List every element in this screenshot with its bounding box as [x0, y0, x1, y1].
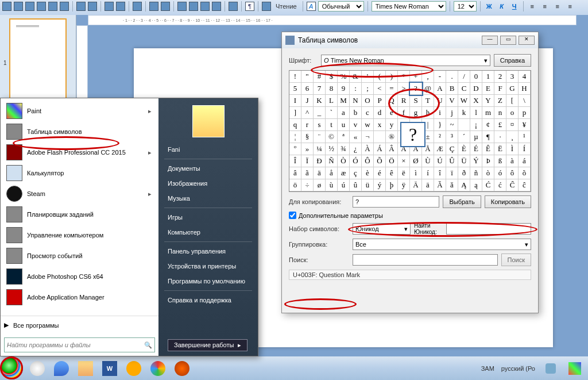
tb-icon[interactable]	[25, 2, 34, 11]
char-cell[interactable]: û	[350, 179, 362, 191]
char-cell[interactable]: "	[301, 71, 314, 83]
group-dropdown[interactable]: Все	[353, 239, 531, 250]
align-right-button[interactable]: ≡	[552, 1, 563, 11]
char-cell[interactable]: Ó	[350, 155, 362, 167]
char-cell[interactable]: G	[506, 83, 519, 95]
char-cell[interactable]: þ	[386, 179, 398, 191]
tb-icon[interactable]	[229, 2, 238, 11]
char-cell[interactable]: b	[350, 107, 362, 119]
charmap-titlebar[interactable]: Таблица символов — ▭ ✕	[282, 32, 538, 48]
char-cell[interactable]: £	[494, 119, 506, 131]
char-cell[interactable]: <	[374, 83, 386, 95]
char-cell[interactable]: v	[350, 119, 362, 131]
char-cell[interactable]: H	[519, 83, 531, 95]
tb-icon[interactable]	[37, 2, 46, 11]
char-cell[interactable]: )	[386, 71, 398, 83]
char-cell[interactable]: å	[326, 167, 338, 179]
char-cell[interactable]: ç	[350, 167, 362, 179]
caps-indicator[interactable]: ЗАМ	[478, 365, 498, 372]
horizontal-ruler[interactable]: · 1 · · 2 · · 3 · · 4 · · 5 · · 6 · · 7 …	[88, 15, 577, 25]
char-cell[interactable]: ą	[470, 179, 482, 191]
align-center-button[interactable]: ≡	[540, 1, 550, 11]
char-cell[interactable]: \	[519, 95, 531, 107]
char-cell[interactable]: ó	[494, 167, 506, 179]
char-cell[interactable]: M	[338, 95, 350, 107]
char-cell[interactable]: #	[314, 71, 326, 83]
char-cell[interactable]: 5	[289, 83, 301, 95]
tb-icon[interactable]	[60, 2, 69, 11]
show-para-icon[interactable]: ¶	[245, 2, 254, 11]
char-cell[interactable]: &	[350, 71, 362, 83]
char-cell[interactable]: Ć	[482, 179, 494, 191]
char-cell[interactable]: «	[350, 131, 362, 143]
char-cell[interactable]: h	[422, 107, 434, 119]
char-cell[interactable]: â	[289, 167, 301, 179]
char-cell[interactable]: ^	[301, 107, 314, 119]
char-cell[interactable]: 3	[506, 71, 519, 83]
char-cell[interactable]: O	[362, 95, 374, 107]
start-button[interactable]	[1, 358, 23, 379]
start-right-item[interactable]: Панель управления	[158, 244, 258, 259]
tray-paint[interactable]	[563, 359, 586, 378]
char-cell[interactable]: N	[350, 95, 362, 107]
start-right-item[interactable]: Справка и поддержка	[158, 293, 258, 308]
char-cell[interactable]: à	[506, 155, 519, 167]
char-cell[interactable]: 8	[326, 83, 338, 95]
char-cell[interactable]: 9	[338, 83, 350, 95]
char-cell[interactable]: É	[470, 143, 482, 155]
char-cell[interactable]: u	[338, 119, 350, 131]
char-cell[interactable]: ×	[398, 155, 410, 167]
char-cell[interactable]: Ù	[422, 155, 434, 167]
char-cell[interactable]: w	[362, 119, 374, 131]
char-cell[interactable]: 7	[314, 83, 326, 95]
char-cell[interactable]: »	[301, 143, 314, 155]
char-cell[interactable]: @	[422, 83, 434, 95]
program-item[interactable]: Adobe Photoshop CS6 x64	[3, 266, 156, 287]
tb-icon[interactable]	[177, 2, 187, 11]
char-cell[interactable]: ²	[434, 131, 446, 143]
char-cell[interactable]: ]	[289, 107, 301, 119]
language-indicator[interactable]: русский (Ро	[498, 365, 539, 372]
char-cell[interactable]: Ê	[482, 143, 494, 155]
char-cell[interactable]: Æ	[434, 143, 446, 155]
char-cell[interactable]: ä	[314, 167, 326, 179]
char-cell[interactable]: B	[446, 83, 458, 95]
tb-icon[interactable]	[200, 2, 210, 11]
char-cell[interactable]: Û	[446, 155, 458, 167]
char-cell[interactable]: ½	[326, 143, 338, 155]
charset-dropdown[interactable]: Юникод	[353, 223, 411, 235]
char-cell[interactable]: ÷	[301, 179, 314, 191]
char-cell[interactable]: ć	[494, 179, 506, 191]
advanced-checkbox[interactable]: Дополнительные параметры	[289, 212, 531, 219]
char-cell[interactable]: Ý	[470, 155, 482, 167]
char-cell[interactable]: §	[301, 131, 314, 143]
underline-button[interactable]: Ч	[509, 1, 520, 11]
align-justify-button[interactable]: ≡	[565, 1, 575, 11]
char-cell[interactable]: =	[386, 83, 398, 95]
search-input[interactable]	[353, 254, 498, 266]
char-cell[interactable]: I	[289, 95, 301, 107]
char-cell[interactable]: [	[506, 95, 519, 107]
char-cell[interactable]: õ	[519, 167, 531, 179]
char-cell[interactable]: Ò	[338, 155, 350, 167]
char-cell[interactable]: ,	[422, 71, 434, 83]
char-cell[interactable]: é	[374, 167, 386, 179]
char-cell[interactable]: >	[398, 83, 410, 95]
program-item[interactable]: Adobe Application Manager	[3, 287, 156, 308]
char-cell[interactable]: Ö	[386, 155, 398, 167]
char-cell[interactable]: W	[458, 95, 470, 107]
shutdown-button[interactable]: Завершение работы ▸	[168, 339, 247, 351]
char-cell[interactable]: ­	[374, 131, 386, 143]
char-cell[interactable]: *	[398, 71, 410, 83]
taskbar-app[interactable]	[26, 359, 49, 378]
char-cell[interactable]: m	[482, 107, 494, 119]
char-cell[interactable]: S	[410, 95, 422, 107]
char-cell[interactable]: ~	[446, 119, 458, 131]
tb-icon[interactable]	[116, 2, 125, 11]
char-cell[interactable]: ì	[410, 167, 422, 179]
char-cell[interactable]: Ĉ	[506, 179, 519, 191]
char-cell[interactable]: µ	[470, 131, 482, 143]
char-cell[interactable]: Í	[519, 143, 531, 155]
program-item[interactable]: Steam ▸	[3, 183, 156, 204]
char-cell[interactable]: p	[519, 107, 531, 119]
